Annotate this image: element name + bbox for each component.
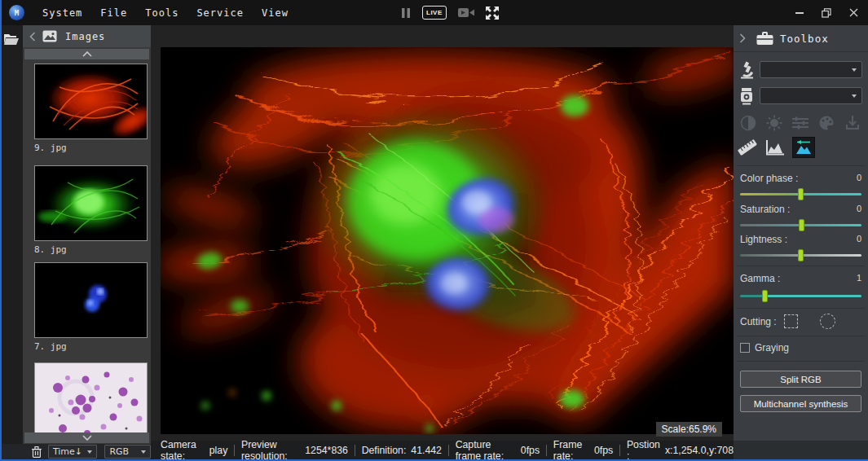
thumbnail-image-stained[interactable]	[34, 362, 148, 438]
camera-select-dropdown[interactable]	[760, 87, 862, 104]
images-panel: Images	[23, 25, 151, 444]
minimize-button[interactable]	[795, 8, 804, 18]
cut-circle-tool[interactable]	[820, 314, 835, 329]
lightness-slider-thumb[interactable]	[798, 249, 804, 261]
saturation-slider[interactable]	[740, 224, 861, 226]
close-button[interactable]	[848, 8, 858, 18]
lightness-value: 0	[857, 234, 861, 247]
thumbnail-label: 8. jpg	[34, 244, 148, 255]
collapse-right-icon[interactable]	[739, 33, 746, 43]
color-phase-slider-thumb[interactable]	[798, 188, 804, 200]
delete-trash-icon[interactable]	[31, 446, 42, 459]
camera-state-value: play	[209, 445, 228, 456]
position-value: x:1,254.0,y:708	[665, 445, 734, 456]
gamma-label: Gamma :	[740, 273, 780, 286]
menu-view[interactable]: View	[262, 7, 289, 19]
cutting-label: Cutting :	[740, 316, 777, 327]
histogram-tool-icon[interactable]	[765, 138, 785, 157]
definition-value: 41.442	[411, 445, 442, 456]
levels-tool-icon[interactable]	[791, 113, 810, 133]
divider	[546, 445, 547, 456]
ruler-measure-tool-icon[interactable]	[738, 138, 757, 157]
thumbnails-scroll-up[interactable]	[24, 49, 149, 59]
gamma-value: 1	[857, 273, 861, 286]
position-label: Postion :	[627, 439, 660, 461]
preview-resolution-label: Preview resolution:	[241, 439, 300, 461]
thumbnail-image-green[interactable]	[34, 165, 148, 241]
image-adjust-tool-icon-active[interactable]	[792, 137, 815, 158]
split-rgb-button[interactable]: Split RGB	[740, 371, 861, 388]
color-phase-label: Color phase :	[740, 173, 798, 186]
collapse-left-icon[interactable]	[29, 32, 36, 42]
white-balance-tool-icon[interactable]	[843, 113, 862, 133]
capture-controls: LIVE	[401, 0, 499, 25]
lightness-slider[interactable]	[740, 254, 861, 257]
menu-system[interactable]: System	[42, 7, 82, 19]
record-video-icon[interactable]	[458, 7, 474, 18]
divider	[619, 445, 620, 456]
live-badge[interactable]: LIVE	[422, 6, 447, 20]
thumbnail-image-blue[interactable]	[34, 262, 148, 338]
divider	[737, 361, 865, 362]
gamma-slider-thumb[interactable]	[762, 290, 768, 302]
color-phase-slider[interactable]	[740, 193, 861, 195]
thumbnail-item-7jpg[interactable]: 7. jpg	[34, 262, 148, 352]
thumbnail-item-stained[interactable]	[34, 362, 148, 441]
divider	[737, 266, 865, 266]
saturation-value: 0	[857, 204, 861, 217]
divider	[737, 336, 865, 336]
frame-rate-label: Frame rate:	[553, 439, 589, 461]
sort-order-dropdown[interactable]: Time↓	[48, 445, 98, 459]
saturation-label: Saturation :	[740, 204, 790, 217]
chevron-down-icon	[82, 435, 92, 441]
divider	[448, 445, 449, 456]
divider	[737, 308, 865, 309]
dropdown-arrow-icon	[852, 94, 857, 98]
fullscreen-icon[interactable]	[486, 7, 499, 20]
thumbnail-item-8jpg[interactable]: 8. jpg	[34, 165, 148, 255]
brightness-tool-icon[interactable]	[764, 113, 784, 133]
status-bar: Camera state: play Preview resolution: 1…	[151, 441, 734, 459]
menu-service[interactable]: Service	[196, 7, 244, 19]
contrast-tool-icon[interactable]	[738, 113, 758, 133]
microscope-icon	[739, 61, 756, 79]
thumbnail-image-red[interactable]	[34, 64, 148, 139]
saturation-row: Saturation : 0	[740, 204, 861, 217]
palette-tool-icon[interactable]	[817, 113, 836, 133]
menu-tools[interactable]: Tools	[145, 7, 178, 19]
restore-button[interactable]	[822, 8, 831, 18]
toolbox-icon	[756, 32, 773, 46]
thumbnails-scroll-down[interactable]	[24, 432, 149, 443]
cut-rectangle-tool[interactable]	[784, 314, 798, 328]
color-phase-row: Color phase : 0	[740, 173, 861, 186]
gamma-slider[interactable]	[740, 295, 861, 297]
chevron-up-icon	[82, 51, 92, 57]
lightness-label: Lightness :	[740, 234, 787, 247]
left-dock-strip	[0, 25, 23, 444]
multichannel-synthesis-button[interactable]: Multichannel synthesis	[740, 395, 861, 412]
menu-file[interactable]: File	[100, 7, 127, 19]
pause-icon[interactable]	[401, 7, 411, 19]
sort-order-value: Time↓	[53, 446, 82, 457]
capture-frame-rate-label: Capture frame rate:	[456, 439, 516, 461]
channel-mode-dropdown[interactable]: RGB	[104, 445, 151, 459]
menu-bar: M System File Tools Service View LIVE	[0, 0, 868, 25]
thumbnail-item-9jpg[interactable]: 9. jpg	[34, 64, 148, 153]
toolbox-header: Toolbox	[734, 25, 868, 52]
divider	[234, 445, 235, 456]
preview-resolution-value: 1254*836	[305, 445, 348, 456]
images-panel-title: Images	[65, 31, 105, 42]
divider	[737, 165, 865, 166]
app-window: M System File Tools Service View LIVE	[0, 0, 868, 461]
saturation-slider-thumb[interactable]	[799, 219, 804, 231]
channel-mode-value: RGB	[109, 446, 129, 457]
microscope-select-dropdown[interactable]	[760, 61, 862, 78]
graying-checkbox[interactable]	[740, 343, 750, 353]
images-panel-header: Images	[23, 25, 151, 47]
image-viewer[interactable]: Scale:65.9%	[151, 25, 734, 441]
open-folder-icon[interactable]	[3, 33, 20, 46]
live-microscopy-image[interactable]	[161, 47, 734, 434]
images-icon	[42, 30, 57, 42]
camera-state-label: Camera state:	[161, 439, 205, 461]
gamma-row: Gamma : 1	[740, 273, 861, 286]
